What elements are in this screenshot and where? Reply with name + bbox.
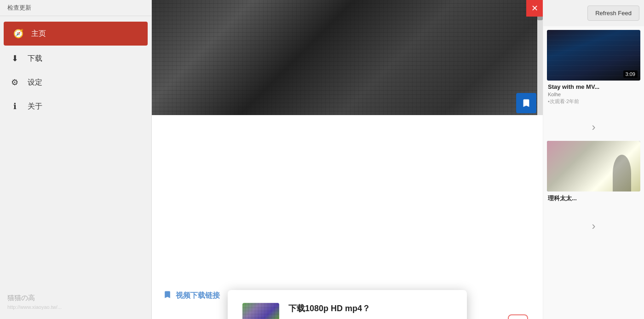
video-card-1-meta: •次观看·2年前 — [548, 98, 639, 105]
video-card-2[interactable]: 理科太太... — [547, 141, 640, 207]
panel-next-arrow-bottom[interactable]: › — [547, 212, 640, 240]
sidebar-about-label: 关于 — [28, 102, 42, 111]
download-icon: ⬇ — [9, 53, 20, 64]
home-icon: 🧭 — [13, 28, 24, 39]
sidebar-download-label: 下载 — [28, 54, 42, 64]
video-card-2-info: 理科太太... — [547, 191, 640, 207]
info-icon: ℹ — [9, 101, 20, 112]
right-panel-header: Refresh Feed — [543, 0, 644, 26]
sidebar-item-home[interactable]: 🧭 主页 — [4, 22, 148, 46]
right-panel: Refresh Feed 3:09 Stay with me MV... Kol… — [543, 0, 644, 319]
panel-next-arrow[interactable]: › — [547, 113, 640, 141]
video-scrollbar[interactable] — [537, 0, 543, 115]
video-card-1-title: Stay with me MV... — [548, 83, 639, 90]
sidebar-watermark: 猫猫の高 http://www.xiaoyao.tw/... — [0, 285, 151, 319]
video-card-thumb-1: 3:09 — [547, 30, 640, 81]
watermark-line2: http://www.xiaoyao.tw/... — [7, 303, 144, 312]
video-card-2-title: 理科太太... — [548, 194, 639, 203]
sidebar-home-label: 主页 — [31, 29, 46, 39]
download-dialog: 下载1080p HD mp4？ 确认要下载这种媒体格式？ 是 取消 — [228, 290, 467, 319]
sidebar-item-about[interactable]: ℹ 关于 — [0, 94, 151, 118]
sidebar-check-update[interactable]: 检查更新 — [0, 0, 151, 16]
right-panel-content: 3:09 Stay with me MV... Kolhe •次观看·2年前 ›… — [543, 26, 644, 319]
sidebar-nav: 🧭 主页 ⬇ 下载 ⚙ 设定 ℹ 关于 — [0, 16, 151, 285]
dialog-overlay: 下载1080p HD mp4？ 确认要下载这种媒体格式？ 是 取消 — [152, 281, 543, 319]
content-area: 下载1080p HD mp4？ 确认要下载这种媒体格式？ 是 取消 — [152, 115, 543, 319]
video-thumbnail — [152, 0, 543, 115]
watermark-line1: 猫猫の高 — [7, 292, 144, 303]
close-button[interactable]: ✕ — [526, 0, 543, 17]
video-card-1-info: Stay with me MV... Kolhe •次观看·2年前 — [547, 81, 640, 108]
sidebar-item-download[interactable]: ⬇ 下载 — [0, 46, 151, 70]
refresh-feed-button[interactable]: Refresh Feed — [587, 6, 639, 21]
dialog-title: 下载1080p HD mp4？ — [288, 303, 452, 314]
settings-icon: ⚙ — [9, 77, 20, 88]
sidebar: 检查更新 🧭 主页 ⬇ 下载 ⚙ 设定 ℹ 关于 猫猫の高 http://www… — [0, 0, 152, 319]
dialog-thumb-pixel — [242, 303, 279, 319]
sidebar-item-settings[interactable]: ⚙ 设定 — [0, 70, 151, 94]
dialog-thumbnail — [242, 303, 279, 319]
video-card-1-author: Kolhe — [548, 92, 639, 97]
sidebar-settings-label: 设定 — [28, 78, 42, 87]
next-arrow-icon: › — [592, 121, 596, 133]
content-wrapper: 下载1080p HD mp4？ 确认要下载这种媒体格式？ 是 取消 — [152, 281, 543, 319]
blue-bookmark-icon — [516, 93, 536, 113]
dialog-content: 下载1080p HD mp4？ 确认要下载这种媒体格式？ — [242, 303, 452, 319]
video-card-1[interactable]: 3:09 Stay with me MV... Kolhe •次观看·2年前 — [547, 30, 640, 108]
video-card-thumb-2 — [547, 141, 640, 191]
pixel-overlay — [152, 0, 543, 115]
video-card-1-duration: 3:09 — [623, 70, 638, 78]
dialog-text: 下载1080p HD mp4？ 确认要下载这种媒体格式？ — [288, 303, 452, 319]
main-content: ✕ 下载1080p HD mp4？ — [152, 0, 543, 319]
next-arrow-bottom-icon: › — [592, 220, 596, 232]
video-player: ✕ — [152, 0, 543, 115]
